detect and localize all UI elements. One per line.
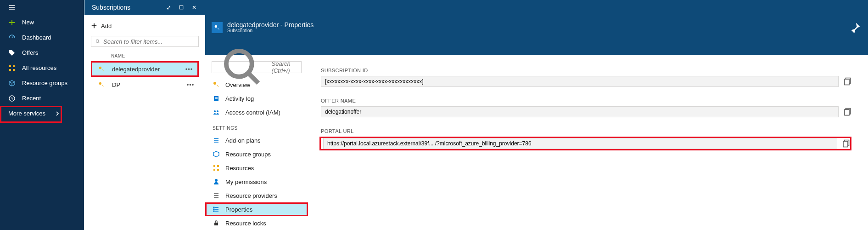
subscription-name: DP <box>112 81 178 88</box>
subscriptions-blade: Subscriptions Add Search to filter items… <box>84 0 205 230</box>
filter-input[interactable]: Search to filter items... <box>91 36 199 47</box>
menu-resources[interactable]: Resources <box>205 161 308 175</box>
maximize-button[interactable] <box>175 1 188 14</box>
clock-icon <box>8 95 16 102</box>
person-icon <box>213 178 220 185</box>
people-icon <box>213 109 220 116</box>
subscription-name: delegatedprovider <box>112 66 176 73</box>
svg-rect-47 <box>845 79 849 85</box>
nav-resource-groups[interactable]: Resource groups <box>0 75 84 91</box>
menu-label: Activity log <box>225 95 254 102</box>
nav-resource-groups-label: Resource groups <box>22 80 67 86</box>
offer-name-value[interactable]: delegationoffer <box>321 106 839 117</box>
menu-label: Access control (IAM) <box>225 109 280 116</box>
field-offer-name: OFFER NAME delegationoffer <box>321 98 851 117</box>
menu-properties[interactable]: Properties <box>205 202 308 216</box>
field-portal-url: PORTAL URL https://portal.local.azuresta… <box>321 128 851 150</box>
pin-icon <box>166 5 171 10</box>
svg-rect-6 <box>9 65 11 67</box>
menu-resource-groups[interactable]: Resource groups <box>205 147 308 161</box>
nav-dashboard[interactable]: Dashboard <box>0 30 84 45</box>
svg-point-16 <box>96 40 99 42</box>
cube-icon <box>8 80 16 87</box>
portal-url-value[interactable]: https://portal.local.azurestack.external… <box>323 138 837 149</box>
close-icon <box>191 5 197 10</box>
copy-button[interactable] <box>841 139 850 148</box>
field-label: PORTAL URL <box>321 128 851 134</box>
svg-rect-25 <box>215 97 218 98</box>
properties-header: delegatedprovider - Properties Subscript… <box>205 0 868 55</box>
cube-icon <box>213 150 220 158</box>
key-icon <box>213 81 220 88</box>
nav-offers[interactable]: Offers <box>0 45 84 60</box>
properties-menu: Search (Ctrl+/) Overview Activity log Ac… <box>205 55 308 230</box>
svg-rect-8 <box>9 69 11 71</box>
svg-rect-34 <box>213 169 215 171</box>
menu-section-settings: SETTINGS <box>205 119 308 133</box>
subscription-row-delegatedprovider[interactable]: delegatedprovider ••• <box>91 61 199 77</box>
row-context-menu[interactable]: ••• <box>185 81 196 88</box>
subscriptions-header: Subscriptions <box>84 0 205 15</box>
menu-label: My permissions <box>225 178 267 185</box>
nav-all-resources[interactable]: All resources <box>0 60 84 75</box>
nav-dashboard-label: Dashboard <box>22 34 51 41</box>
properties-icon <box>213 206 220 213</box>
menu-search-input[interactable]: Search (Ctrl+/) <box>212 61 302 73</box>
subscription-row-dp[interactable]: DP ••• <box>91 77 199 92</box>
left-nav: New Dashboard Offers All resources Resou… <box>0 0 84 230</box>
hamburger-menu[interactable] <box>0 0 84 15</box>
pin-button[interactable] <box>162 1 175 14</box>
list-icon <box>213 192 220 199</box>
nav-more-services-label: More services <box>8 110 45 117</box>
menu-resource-providers[interactable]: Resource providers <box>205 189 308 202</box>
properties-blade: delegatedprovider - Properties Subscript… <box>205 0 868 230</box>
properties-title: delegatedprovider - Properties <box>227 22 849 28</box>
plus-icon <box>8 19 16 26</box>
pin-button[interactable] <box>849 21 862 34</box>
svg-point-19 <box>99 82 101 85</box>
svg-line-17 <box>99 42 100 43</box>
svg-point-36 <box>215 179 218 182</box>
nav-offers-label: Offers <box>22 49 38 56</box>
menu-label: Properties <box>225 206 252 213</box>
add-subscription-button[interactable]: Add <box>91 18 199 33</box>
menu-label: Resources <box>225 165 254 172</box>
nav-new-label: New <box>22 19 34 26</box>
svg-rect-32 <box>213 165 215 167</box>
menu-overview[interactable]: Overview <box>205 78 308 92</box>
menu-addon-plans[interactable]: Add-on plans <box>205 133 308 147</box>
nav-all-resources-label: All resources <box>22 64 56 71</box>
menu-label: Resource groups <box>225 151 271 158</box>
svg-rect-46 <box>214 223 218 225</box>
svg-point-23 <box>213 82 216 85</box>
subscription-id-value[interactable]: [xxxxxxxx-xxxx-xxxx-xxxx-xxxxxxxxxxxx] <box>321 76 839 87</box>
svg-rect-35 <box>217 169 219 171</box>
nav-new[interactable]: New <box>0 15 84 30</box>
chevron-right-icon <box>54 110 61 117</box>
svg-rect-9 <box>13 69 15 71</box>
menu-access-control[interactable]: Access control (IAM) <box>205 105 308 119</box>
add-label: Add <box>101 23 112 29</box>
search-icon <box>95 39 101 44</box>
svg-point-40 <box>213 207 214 208</box>
grid-icon <box>8 64 16 72</box>
key-icon <box>214 24 220 31</box>
pin-icon <box>849 21 862 34</box>
row-context-menu[interactable]: ••• <box>184 66 195 73</box>
svg-point-28 <box>217 110 218 112</box>
svg-line-5 <box>12 36 13 38</box>
properties-detail: SUBSCRIPTION ID [xxxxxxxx-xxxx-xxxx-xxxx… <box>308 55 868 230</box>
svg-rect-7 <box>13 65 15 67</box>
menu-resource-locks[interactable]: Resource locks <box>205 216 308 230</box>
copy-button[interactable] <box>842 107 851 116</box>
close-button[interactable] <box>188 1 201 14</box>
nav-recent[interactable]: Recent <box>0 91 84 106</box>
svg-point-27 <box>214 110 216 112</box>
menu-activity-log[interactable]: Activity log <box>205 92 308 105</box>
menu-label: Resource locks <box>225 220 266 227</box>
grid-icon <box>213 164 220 172</box>
svg-point-42 <box>213 209 214 210</box>
menu-my-permissions[interactable]: My permissions <box>205 175 308 189</box>
copy-button[interactable] <box>842 77 851 86</box>
nav-more-services[interactable]: More services <box>0 106 84 121</box>
